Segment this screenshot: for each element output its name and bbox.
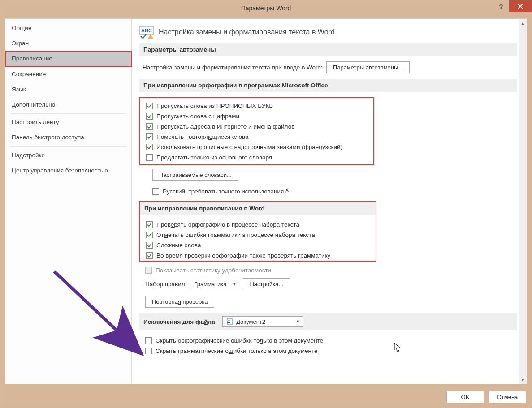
checkbox-icon[interactable] (146, 144, 153, 150)
check-grammar-with-spelling[interactable]: Во время проверки орфографии также прове… (140, 250, 376, 261)
ok-button[interactable]: OK (446, 391, 484, 403)
sidebar: Общие Экран Правописание Сохранение Язык… (5, 19, 132, 384)
exceptions-document-dropdown[interactable]: W Документ2 (222, 316, 303, 327)
sidebar-item-quick-access[interactable]: Панель быстрого доступа (5, 130, 131, 145)
cancel-button[interactable]: Отмена (489, 391, 526, 403)
sidebar-item-display[interactable]: Экран (5, 36, 131, 51)
close-icon (518, 4, 523, 9)
checkbox-icon[interactable] (145, 337, 152, 344)
check-russian-yo[interactable]: Русский: требовать точного использования… (139, 186, 517, 197)
proofing-icon: ABC (139, 26, 154, 39)
recheck-button[interactable]: Повторная проверка (145, 296, 214, 308)
section-spelling-word-header: При исправлении правописания в Word (140, 202, 376, 215)
check-main-dict[interactable]: Предлагать только из основного словаря (140, 152, 373, 163)
highlight-box-spelling-word: При исправлении правописания в Word Пров… (139, 201, 376, 262)
section-exceptions-header: Исключения для файла: W Документ2 (139, 313, 517, 330)
autocorrect-desc: Настройка замены и форматирования текста… (143, 64, 323, 71)
checkbox-icon[interactable] (152, 188, 159, 195)
sidebar-item-save[interactable]: Сохранение (5, 67, 131, 82)
sidebar-item-general[interactable]: Общие (5, 21, 131, 36)
ruleset-dropdown[interactable]: Грамматика (190, 279, 239, 289)
titlebar: Параметры Word ? (0, 0, 532, 16)
checkbox-icon[interactable] (146, 123, 153, 130)
checkbox-icon[interactable] (146, 103, 153, 109)
custom-dictionaries-button[interactable]: Настраиваемые словари... (152, 169, 238, 181)
dialog-window: Параметры Word ? Общие Экран Правописани… (0, 0, 532, 408)
dialog-footer: OK Отмена (446, 391, 526, 403)
scroll-up-icon[interactable]: ▲ (519, 19, 527, 27)
checkbox-icon[interactable] (146, 232, 153, 238)
check-repeated[interactable]: Помечать повторяющиеся слова (140, 132, 373, 142)
checkbox-icon[interactable] (146, 154, 153, 161)
sidebar-item-customize-ribbon[interactable]: Настроить ленту (5, 115, 131, 130)
ruleset-label: Набор правил: (145, 281, 186, 288)
section-spelling-office-header: При исправлении орфографии в программах … (139, 79, 517, 92)
checkbox-icon (145, 267, 152, 274)
check-grammar-as-type[interactable]: Отмечать ошибки грамматики в процессе на… (140, 230, 376, 240)
sidebar-item-trust-center[interactable]: Центр управления безопасностью (5, 163, 131, 178)
checkbox-icon[interactable] (146, 133, 153, 140)
page-heading: Настройка замены и форматирования текста… (159, 28, 335, 36)
check-spell-as-type[interactable]: Проверять орфографию в процессе набора т… (140, 219, 376, 230)
check-uppercase[interactable]: Пропускать слова из ПРОПИСНЫХ БУКВ (140, 101, 373, 111)
sidebar-item-advanced[interactable]: Дополнительно (5, 97, 131, 112)
sidebar-item-proofing[interactable]: Правописание (5, 51, 131, 66)
checkbox-icon[interactable] (146, 113, 153, 120)
svg-text:W: W (227, 320, 230, 323)
check-internet[interactable]: Пропускать адреса в Интернете и имена фа… (140, 121, 373, 132)
sidebar-item-addins[interactable]: Надстройки (5, 148, 131, 163)
checkbox-icon[interactable] (146, 252, 153, 259)
window-title: Параметры Word (241, 4, 291, 12)
grammar-settings-button[interactable]: Настройка... (243, 278, 290, 290)
help-button[interactable]: ? (493, 0, 509, 12)
check-hide-grammar[interactable]: Скрыть грамматические ошибки только в эт… (139, 346, 517, 356)
document-icon: W (226, 318, 234, 325)
main-panel: ABC Настройка замены и форматирования те… (132, 19, 527, 384)
check-numbers[interactable]: Пропускать слова с цифрами (140, 111, 373, 121)
checkbox-icon[interactable] (146, 221, 153, 228)
check-readability-stats: Показывать статистику удобочитаемости (139, 265, 517, 275)
autocorrect-options-button[interactable]: Параметры автозамены... (326, 61, 410, 73)
scrollbar[interactable]: ▲ ▼ (519, 19, 527, 384)
highlight-box-spelling-office: Пропускать слова из ПРОПИСНЫХ БУКВ Пропу… (139, 97, 374, 165)
checkbox-icon[interactable] (145, 348, 152, 354)
svg-text:ABC: ABC (141, 28, 152, 33)
check-hide-spelling[interactable]: Скрыть орфографические ошибки только в э… (139, 335, 517, 346)
close-button[interactable] (509, 0, 532, 12)
scroll-down-icon[interactable]: ▼ (519, 376, 527, 384)
check-french-accents[interactable]: Использовать прописные с надстрочными зн… (140, 142, 373, 152)
check-compound-words[interactable]: Сложные слова (140, 240, 376, 250)
sidebar-item-language[interactable]: Язык (5, 82, 131, 97)
checkbox-icon[interactable] (146, 242, 153, 249)
section-autocorrect-header: Параметры автозамены (139, 43, 517, 56)
